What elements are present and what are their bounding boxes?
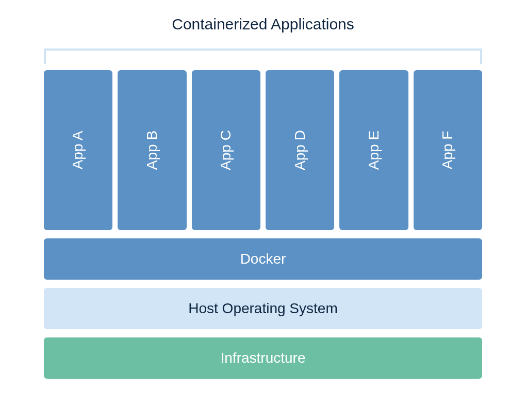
app-label-c: App C	[218, 130, 234, 170]
app-label-e: App E	[366, 131, 382, 170]
app-box-c: App C	[192, 70, 260, 230]
apps-bracket	[44, 49, 482, 64]
host-os-layer: Host Operating System	[44, 288, 482, 329]
app-label-b: App B	[144, 131, 160, 170]
app-box-f: App F	[414, 70, 482, 230]
apps-row: App A App B App C App D App E App F	[44, 70, 482, 230]
app-label-d: App D	[292, 130, 308, 170]
diagram-title: Containerized Applications	[44, 15, 482, 33]
app-box-e: App E	[339, 70, 408, 230]
docker-layer: Docker	[44, 238, 482, 280]
app-box-d: App D	[266, 70, 334, 230]
app-box-b: App B	[118, 70, 186, 230]
app-label-a: App A	[70, 131, 87, 170]
app-label-f: App F	[439, 131, 456, 170]
infrastructure-layer: Infrastructure	[44, 337, 482, 379]
app-box-a: App A	[44, 70, 112, 230]
